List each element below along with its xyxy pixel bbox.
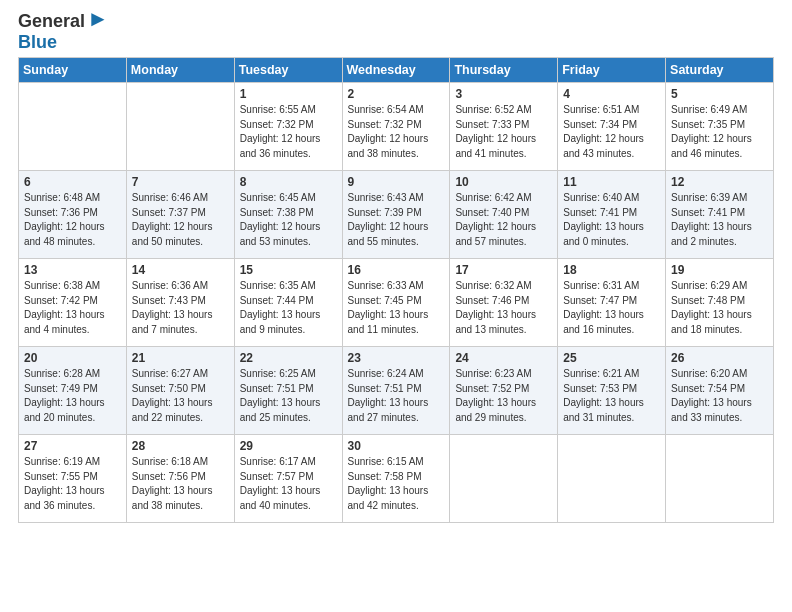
day-info: Sunrise: 6:36 AM Sunset: 7:43 PM Dayligh… <box>132 279 229 337</box>
day-info: Sunrise: 6:27 AM Sunset: 7:50 PM Dayligh… <box>132 367 229 425</box>
calendar-cell: 26Sunrise: 6:20 AM Sunset: 7:54 PM Dayli… <box>666 347 774 435</box>
day-number: 14 <box>132 263 229 277</box>
calendar-cell: 17Sunrise: 6:32 AM Sunset: 7:46 PM Dayli… <box>450 259 558 347</box>
calendar-cell: 5Sunrise: 6:49 AM Sunset: 7:35 PM Daylig… <box>666 83 774 171</box>
calendar-cell: 10Sunrise: 6:42 AM Sunset: 7:40 PM Dayli… <box>450 171 558 259</box>
day-number: 27 <box>24 439 121 453</box>
day-number: 23 <box>348 351 445 365</box>
calendar-cell: 28Sunrise: 6:18 AM Sunset: 7:56 PM Dayli… <box>126 435 234 523</box>
day-info: Sunrise: 6:49 AM Sunset: 7:35 PM Dayligh… <box>671 103 768 161</box>
day-number: 21 <box>132 351 229 365</box>
calendar-cell: 29Sunrise: 6:17 AM Sunset: 7:57 PM Dayli… <box>234 435 342 523</box>
day-number: 29 <box>240 439 337 453</box>
day-info: Sunrise: 6:46 AM Sunset: 7:37 PM Dayligh… <box>132 191 229 249</box>
day-info: Sunrise: 6:33 AM Sunset: 7:45 PM Dayligh… <box>348 279 445 337</box>
day-info: Sunrise: 6:19 AM Sunset: 7:55 PM Dayligh… <box>24 455 121 513</box>
day-info: Sunrise: 6:40 AM Sunset: 7:41 PM Dayligh… <box>563 191 660 249</box>
calendar-cell: 6Sunrise: 6:48 AM Sunset: 7:36 PM Daylig… <box>19 171 127 259</box>
day-info: Sunrise: 6:31 AM Sunset: 7:47 PM Dayligh… <box>563 279 660 337</box>
calendar-cell <box>19 83 127 171</box>
day-info: Sunrise: 6:21 AM Sunset: 7:53 PM Dayligh… <box>563 367 660 425</box>
calendar-cell: 24Sunrise: 6:23 AM Sunset: 7:52 PM Dayli… <box>450 347 558 435</box>
days-header-row: SundayMondayTuesdayWednesdayThursdayFrid… <box>19 58 774 83</box>
calendar-week-3: 13Sunrise: 6:38 AM Sunset: 7:42 PM Dayli… <box>19 259 774 347</box>
day-info: Sunrise: 6:24 AM Sunset: 7:51 PM Dayligh… <box>348 367 445 425</box>
day-info: Sunrise: 6:45 AM Sunset: 7:38 PM Dayligh… <box>240 191 337 249</box>
day-number: 18 <box>563 263 660 277</box>
day-info: Sunrise: 6:54 AM Sunset: 7:32 PM Dayligh… <box>348 103 445 161</box>
calendar-cell: 20Sunrise: 6:28 AM Sunset: 7:49 PM Dayli… <box>19 347 127 435</box>
calendar-cell: 23Sunrise: 6:24 AM Sunset: 7:51 PM Dayli… <box>342 347 450 435</box>
calendar-cell: 11Sunrise: 6:40 AM Sunset: 7:41 PM Dayli… <box>558 171 666 259</box>
day-number: 2 <box>348 87 445 101</box>
day-info: Sunrise: 6:39 AM Sunset: 7:41 PM Dayligh… <box>671 191 768 249</box>
day-number: 7 <box>132 175 229 189</box>
day-header-thursday: Thursday <box>450 58 558 83</box>
calendar-cell: 2Sunrise: 6:54 AM Sunset: 7:32 PM Daylig… <box>342 83 450 171</box>
day-info: Sunrise: 6:38 AM Sunset: 7:42 PM Dayligh… <box>24 279 121 337</box>
logo-bird-icon: ► <box>87 6 109 32</box>
day-info: Sunrise: 6:28 AM Sunset: 7:49 PM Dayligh… <box>24 367 121 425</box>
logo-general-text: General <box>18 12 85 30</box>
calendar-cell: 27Sunrise: 6:19 AM Sunset: 7:55 PM Dayli… <box>19 435 127 523</box>
day-number: 12 <box>671 175 768 189</box>
calendar-table: SundayMondayTuesdayWednesdayThursdayFrid… <box>18 57 774 523</box>
calendar-cell: 30Sunrise: 6:15 AM Sunset: 7:58 PM Dayli… <box>342 435 450 523</box>
day-header-tuesday: Tuesday <box>234 58 342 83</box>
day-info: Sunrise: 6:48 AM Sunset: 7:36 PM Dayligh… <box>24 191 121 249</box>
day-info: Sunrise: 6:55 AM Sunset: 7:32 PM Dayligh… <box>240 103 337 161</box>
calendar-cell: 22Sunrise: 6:25 AM Sunset: 7:51 PM Dayli… <box>234 347 342 435</box>
day-number: 15 <box>240 263 337 277</box>
day-info: Sunrise: 6:23 AM Sunset: 7:52 PM Dayligh… <box>455 367 552 425</box>
calendar-cell: 12Sunrise: 6:39 AM Sunset: 7:41 PM Dayli… <box>666 171 774 259</box>
calendar-cell <box>666 435 774 523</box>
day-info: Sunrise: 6:20 AM Sunset: 7:54 PM Dayligh… <box>671 367 768 425</box>
calendar-cell <box>450 435 558 523</box>
day-number: 20 <box>24 351 121 365</box>
day-info: Sunrise: 6:52 AM Sunset: 7:33 PM Dayligh… <box>455 103 552 161</box>
day-header-saturday: Saturday <box>666 58 774 83</box>
day-info: Sunrise: 6:35 AM Sunset: 7:44 PM Dayligh… <box>240 279 337 337</box>
day-number: 4 <box>563 87 660 101</box>
calendar-cell: 16Sunrise: 6:33 AM Sunset: 7:45 PM Dayli… <box>342 259 450 347</box>
day-number: 13 <box>24 263 121 277</box>
header: General ► Blue <box>18 10 774 53</box>
day-number: 16 <box>348 263 445 277</box>
day-number: 30 <box>348 439 445 453</box>
logo-blue-text: Blue <box>18 32 109 53</box>
day-info: Sunrise: 6:51 AM Sunset: 7:34 PM Dayligh… <box>563 103 660 161</box>
day-number: 8 <box>240 175 337 189</box>
day-info: Sunrise: 6:17 AM Sunset: 7:57 PM Dayligh… <box>240 455 337 513</box>
calendar-week-2: 6Sunrise: 6:48 AM Sunset: 7:36 PM Daylig… <box>19 171 774 259</box>
calendar-cell: 25Sunrise: 6:21 AM Sunset: 7:53 PM Dayli… <box>558 347 666 435</box>
calendar-cell <box>126 83 234 171</box>
calendar-cell: 13Sunrise: 6:38 AM Sunset: 7:42 PM Dayli… <box>19 259 127 347</box>
day-number: 28 <box>132 439 229 453</box>
day-number: 22 <box>240 351 337 365</box>
day-number: 26 <box>671 351 768 365</box>
day-number: 9 <box>348 175 445 189</box>
day-number: 25 <box>563 351 660 365</box>
logo: General ► Blue <box>18 10 109 53</box>
calendar-cell: 15Sunrise: 6:35 AM Sunset: 7:44 PM Dayli… <box>234 259 342 347</box>
day-header-friday: Friday <box>558 58 666 83</box>
calendar-cell: 19Sunrise: 6:29 AM Sunset: 7:48 PM Dayli… <box>666 259 774 347</box>
day-number: 5 <box>671 87 768 101</box>
day-number: 19 <box>671 263 768 277</box>
day-number: 3 <box>455 87 552 101</box>
calendar-cell: 9Sunrise: 6:43 AM Sunset: 7:39 PM Daylig… <box>342 171 450 259</box>
day-number: 6 <box>24 175 121 189</box>
page: { "header": { "logo_general": "General",… <box>0 0 792 612</box>
day-number: 11 <box>563 175 660 189</box>
calendar-week-1: 1Sunrise: 6:55 AM Sunset: 7:32 PM Daylig… <box>19 83 774 171</box>
calendar-cell: 3Sunrise: 6:52 AM Sunset: 7:33 PM Daylig… <box>450 83 558 171</box>
day-info: Sunrise: 6:29 AM Sunset: 7:48 PM Dayligh… <box>671 279 768 337</box>
day-header-sunday: Sunday <box>19 58 127 83</box>
day-number: 24 <box>455 351 552 365</box>
day-info: Sunrise: 6:18 AM Sunset: 7:56 PM Dayligh… <box>132 455 229 513</box>
calendar-cell <box>558 435 666 523</box>
day-info: Sunrise: 6:15 AM Sunset: 7:58 PM Dayligh… <box>348 455 445 513</box>
calendar-week-4: 20Sunrise: 6:28 AM Sunset: 7:49 PM Dayli… <box>19 347 774 435</box>
day-number: 1 <box>240 87 337 101</box>
calendar-cell: 18Sunrise: 6:31 AM Sunset: 7:47 PM Dayli… <box>558 259 666 347</box>
